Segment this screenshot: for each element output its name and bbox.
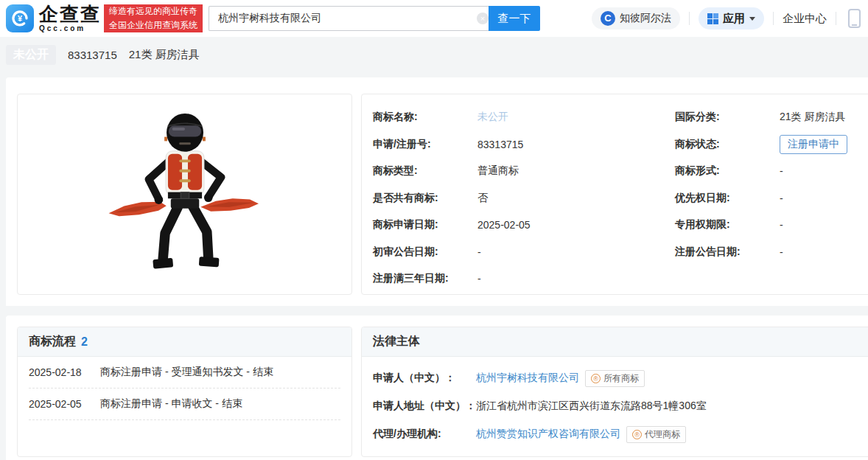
detail-row: 注册满三年日期: - bbox=[373, 265, 675, 293]
bottom-panel: 商标流程 2 2025-02-18 商标注册申请 - 受理通知书发文 - 结束 … bbox=[6, 316, 868, 460]
trademark-overview-panel: 商标名称: 未公开 申请/注册号: 83313715 商标类型: 普通商标 是否… bbox=[6, 77, 868, 306]
apps-label: 应用 bbox=[723, 12, 745, 26]
detail-row: 注册公告日期: - bbox=[675, 239, 868, 266]
detail-row: 优先权日期: - bbox=[675, 185, 868, 212]
divider bbox=[836, 12, 836, 25]
registered-icon: ® bbox=[591, 374, 601, 383]
slogan-line1: 缔造有远见的商业传奇 bbox=[109, 4, 197, 18]
detail-row: 商标形式: - bbox=[675, 158, 868, 185]
process-row: 2025-02-18 商标注册申请 - 受理通知书发文 - 结束 bbox=[29, 357, 340, 388]
divider bbox=[773, 12, 774, 25]
chevron-down-icon bbox=[749, 17, 755, 21]
process-count: 2 bbox=[81, 335, 88, 349]
header-nav: C 知彼阿尔法 应用 企业中心 bbox=[592, 7, 861, 29]
zhibi-alpha-button[interactable]: C 知彼阿尔法 bbox=[592, 7, 680, 29]
applicant-company-link[interactable]: 杭州宇树科技有限公司 bbox=[476, 372, 579, 385]
detail-row: 申请/注册号: 83313715 bbox=[373, 131, 675, 158]
detail-row: 商标类型: 普通商标 bbox=[373, 158, 675, 185]
detail-row: 初审公告日期: - bbox=[373, 239, 675, 266]
detail-row: 商标申请日期: 2025-02-05 bbox=[373, 212, 675, 239]
clear-icon[interactable]: × bbox=[477, 13, 489, 24]
legal-title: 法律主体 bbox=[373, 334, 420, 349]
apps-menu-button[interactable]: 应用 bbox=[699, 7, 764, 29]
slogan-line2: 全国企业信用查询系统 bbox=[109, 18, 197, 32]
agency-company-link[interactable]: 杭州赞赏知识产权咨询有限公司 bbox=[476, 428, 620, 441]
enterprise-center-link[interactable]: 企业中心 bbox=[783, 12, 827, 26]
mobile-app-icon[interactable] bbox=[848, 9, 861, 28]
process-row: 2025-02-05 商标注册申请 - 申请收文 - 结束 bbox=[29, 388, 340, 420]
trademark-name-value: 未公开 bbox=[477, 111, 508, 124]
category-label: 21类 厨房洁具 bbox=[129, 48, 200, 62]
search-button[interactable]: 查一下 bbox=[489, 6, 540, 31]
apps-grid-icon bbox=[707, 13, 718, 24]
applicant-address: 浙江省杭州市滨江区西兴街道东流路88号1幢306室 bbox=[476, 400, 707, 413]
logo-domain: Qcc.com bbox=[39, 25, 101, 32]
breadcrumb: 未公开 83313715 21类 厨房洁具 bbox=[6, 44, 868, 65]
robot-trademark-image bbox=[93, 104, 277, 285]
agency-trademark-tag[interactable]: ® 代理商标 bbox=[626, 426, 686, 443]
divider bbox=[689, 12, 690, 25]
search-input[interactable] bbox=[209, 6, 494, 31]
detail-row: 商标状态: 注册申请中 bbox=[675, 131, 868, 158]
detail-row: 专用权期限: - bbox=[675, 212, 868, 239]
process-title: 商标流程 bbox=[29, 334, 76, 349]
search-bar: × 查一下 bbox=[209, 6, 540, 31]
all-trademarks-tag[interactable]: ® 所有商标 bbox=[585, 370, 645, 387]
top-header: ¥ 企查查 Qcc.com 缔造有远见的商业传奇 全国企业信用查询系统 × 查一… bbox=[0, 0, 868, 37]
trademark-image-box bbox=[17, 94, 352, 295]
qcc-logo-icon: ¥ bbox=[6, 4, 34, 32]
zhibi-alpha-icon: C bbox=[601, 11, 615, 26]
slogan-banner: 缔造有远见的商业传奇 全国企业信用查询系统 bbox=[104, 4, 203, 32]
logo-brand: 企查查 bbox=[39, 4, 101, 24]
qcc-logo[interactable]: ¥ 企查查 Qcc.com bbox=[6, 4, 101, 32]
applicant-address-row: 申请人地址（中文）： 浙江省杭州市滨江区西兴街道东流路88号1幢306室 bbox=[373, 392, 868, 420]
agency-row: 代理/办理机构: 杭州赞赏知识产权咨询有限公司 ® 代理商标 bbox=[373, 420, 868, 448]
trademark-name-badge: 未公开 bbox=[6, 45, 56, 65]
registration-number: 83313715 bbox=[68, 49, 117, 61]
registered-icon: ® bbox=[632, 430, 642, 439]
detail-row: 是否共有商标: 否 bbox=[373, 185, 675, 212]
zhibi-alpha-label: 知彼阿尔法 bbox=[620, 12, 671, 25]
trademark-process-card: 商标流程 2 2025-02-18 商标注册申请 - 受理通知书发文 - 结束 … bbox=[17, 327, 352, 457]
status-badge[interactable]: 注册申请中 bbox=[780, 135, 847, 154]
trademark-details: 商标名称: 未公开 申请/注册号: 83313715 商标类型: 普通商标 是否… bbox=[361, 94, 868, 295]
svg-text:¥: ¥ bbox=[18, 14, 23, 23]
applicant-row: 申请人（中文）： 杭州宇树科技有限公司 ® 所有商标 bbox=[373, 364, 868, 392]
detail-row: 商标名称: 未公开 bbox=[373, 104, 675, 131]
detail-row: 国际分类: 21类 厨房洁具 bbox=[675, 104, 868, 131]
legal-entity-card: 法律主体 申请人（中文）： 杭州宇树科技有限公司 ® 所有商标 申请人地址（中文… bbox=[361, 327, 868, 457]
